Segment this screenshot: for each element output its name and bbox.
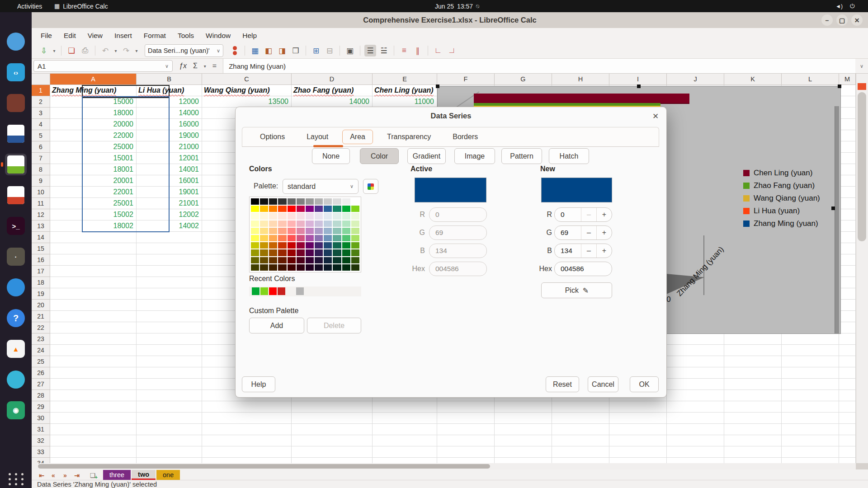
dock-libreoffice-impress-icon[interactable] [5, 184, 27, 206]
palette-swatch[interactable] [297, 257, 305, 263]
cell-B19[interactable] [137, 288, 202, 300]
chart-bar-chen-ling[interactable] [474, 94, 689, 104]
horizontal-grids-icon[interactable]: ≡ [398, 45, 410, 56]
cell-H30[interactable] [552, 413, 609, 424]
palette-swatch[interactable] [251, 228, 259, 234]
cell-B16[interactable] [137, 254, 202, 266]
cell-A22[interactable] [50, 322, 137, 333]
palette-swatch[interactable] [324, 228, 332, 234]
cell-H33[interactable] [552, 446, 609, 458]
print-icon[interactable]: ⎙ [79, 45, 91, 56]
palette-swatch[interactable] [260, 235, 268, 241]
palette-swatch[interactable] [351, 228, 359, 234]
palette-swatch[interactable] [342, 235, 350, 241]
sheet-tab-three[interactable]: three [103, 470, 131, 480]
cell-B27[interactable] [137, 379, 202, 390]
column-header-a[interactable]: A [50, 74, 137, 85]
palette-swatch[interactable] [297, 249, 305, 256]
cell-C33[interactable] [202, 446, 292, 458]
palette-swatch[interactable] [260, 264, 268, 271]
cell-G34[interactable] [495, 458, 552, 463]
equals-icon[interactable]: = [212, 62, 217, 70]
cell-G33[interactable] [495, 446, 552, 458]
cell-K28[interactable] [724, 390, 782, 401]
palette-swatch[interactable] [306, 206, 314, 212]
data-table-icon[interactable]: ⊞ [310, 45, 322, 56]
palette-swatch[interactable] [269, 198, 277, 205]
palette-swatch[interactable] [315, 242, 323, 249]
cell-F31[interactable] [437, 424, 495, 435]
palette-swatch[interactable] [333, 206, 341, 212]
cell-K25[interactable] [724, 356, 782, 367]
cell-E2[interactable]: 11000 [373, 96, 437, 108]
activities-button[interactable]: Activities [17, 3, 42, 10]
cell-M32[interactable] [839, 435, 856, 446]
cell-B33[interactable] [137, 446, 202, 458]
palette-swatch[interactable] [315, 235, 323, 241]
undo-icon[interactable]: ↶ [99, 45, 111, 56]
palette-swatch[interactable] [351, 249, 359, 256]
cell-B26[interactable] [137, 367, 202, 379]
horizontal-scrollbar-thumb[interactable] [38, 464, 490, 469]
palette-swatch[interactable] [315, 228, 323, 234]
cell-F33[interactable] [437, 446, 495, 458]
cell-A31[interactable] [50, 424, 137, 435]
palette-swatch[interactable] [278, 235, 286, 241]
dock-browser-icon[interactable] [5, 31, 27, 52]
palette-swatch[interactable] [315, 221, 323, 227]
cell-A26[interactable] [50, 367, 137, 379]
palette-swatch[interactable] [251, 235, 259, 241]
column-header-f[interactable]: F [437, 74, 495, 85]
new-r-field[interactable]: 0–+ [554, 207, 612, 222]
cell-H32[interactable] [552, 435, 609, 446]
next-sheet-icon[interactable]: » [60, 471, 71, 480]
tab-layout[interactable]: Layout [299, 130, 336, 144]
selection-handle-top-left[interactable] [436, 84, 439, 88]
column-header-c[interactable]: C [202, 74, 292, 85]
row-header-18[interactable]: 18 [32, 277, 50, 288]
pick-color-button[interactable]: Pick ✐ [541, 282, 612, 298]
dock-libreoffice-writer-icon[interactable] [5, 123, 27, 145]
row-header-29[interactable]: 29 [32, 401, 50, 413]
palette-swatch[interactable] [278, 249, 286, 256]
cell-M18[interactable] [839, 277, 856, 288]
row-header-5[interactable]: 5 [32, 130, 50, 141]
undo-caret[interactable]: ▾ [113, 48, 118, 53]
cell-I33[interactable] [609, 446, 667, 458]
cell-M22[interactable] [839, 322, 856, 333]
cell-K30[interactable] [724, 413, 782, 424]
cell-M27[interactable] [839, 379, 856, 390]
row-header-13[interactable]: 13 [32, 221, 50, 232]
tab-options[interactable]: Options [252, 130, 292, 144]
row-header-21[interactable]: 21 [32, 311, 50, 322]
menu-view[interactable]: View [88, 32, 103, 40]
legend-properties-icon[interactable]: ☱ [378, 45, 390, 56]
palette-swatch[interactable] [288, 228, 296, 234]
sheet-tab-two[interactable]: two [132, 470, 156, 480]
cell-C2[interactable]: 13500 [202, 96, 292, 108]
cell-M19[interactable] [839, 288, 856, 300]
palette-swatch[interactable] [324, 235, 332, 241]
palette-swatch[interactable] [333, 242, 341, 249]
redo-caret[interactable]: ▾ [134, 48, 139, 53]
palette-swatch[interactable] [333, 213, 341, 219]
palette-swatch[interactable] [315, 257, 323, 263]
dock-gimp-icon[interactable]: · [5, 246, 27, 267]
palette-swatch[interactable] [333, 249, 341, 256]
palette-swatch[interactable] [297, 198, 305, 205]
cell-M13[interactable] [839, 221, 856, 232]
palette-swatch[interactable] [324, 198, 332, 205]
cell-M3[interactable] [839, 108, 856, 119]
dock-terminal-icon[interactable]: >_ [5, 215, 27, 237]
dock-vscode-icon[interactable]: ‹› [5, 61, 27, 83]
row-header-20[interactable]: 20 [32, 300, 50, 311]
first-sheet-icon[interactable]: ⇤ [36, 471, 47, 480]
cell-L26[interactable] [782, 367, 839, 379]
cell-M34[interactable] [839, 458, 856, 463]
cell-D30[interactable] [292, 413, 373, 424]
fill-none-button[interactable]: None [312, 148, 350, 164]
palette-swatch[interactable] [269, 235, 277, 241]
row-header-6[interactable]: 6 [32, 141, 50, 153]
palette-swatch[interactable] [324, 242, 332, 249]
menu-file[interactable]: File [41, 32, 52, 40]
